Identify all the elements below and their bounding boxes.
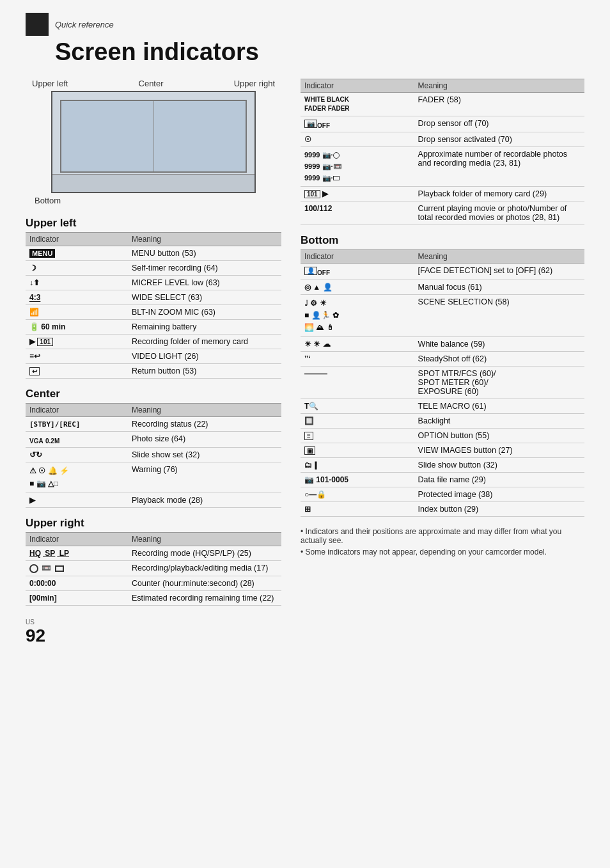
table-row: VGA 0.2M Photo size (64) [26,432,281,448]
b-col-indicator: Indicator [301,250,414,264]
table-row: 📼 Recording/playback/editing media (17) [26,560,281,576]
upper-left-tbody: MENU MENU button (53) ☽ Self-timer recor… [26,246,281,379]
table-row: ↓⬆ MICREF LEVEL low (63) [26,276,281,290]
upper-left-table: Indicator Meaning MENU MENU button (53) … [26,232,281,379]
meaning-cell: Drop sensor off (70) [414,116,584,132]
meaning-cell: Estimated recording remaining time (22) [128,590,281,605]
indicator-cell: ――― [301,367,414,399]
camera-screen-bottom [52,174,254,192]
indicator-cell: 📷 101-0005 [301,473,414,487]
page: Quick reference Screen indicators Upper … [0,0,610,868]
meaning-cell: Warning (76) [128,462,281,493]
meaning-cell: Remaining battery [128,320,281,335]
table-row: 🔋 60 min Remaining battery [26,320,281,335]
indicator-cell: ↩ [26,364,128,379]
table-row: WHITE BLACKFADER FADER FADER (58) [301,93,584,116]
label-bottom-diagram: Bottom [26,196,281,205]
indicator-cell: 📼 [26,560,128,576]
drop-sensor-off-icon: 📷 [304,120,317,128]
meaning-cell: [FACE DETECTION] set to [OFF] (62) [414,264,584,280]
indicator-cell: ☉ [301,132,414,147]
meaning-cell: Current playing movie or photo/Number of… [414,201,584,225]
indicator-cell: 100/112 [301,201,414,225]
meaning-cell: BLT-IN ZOOM MIC (63) [128,305,281,320]
table-row: 🗂 ‖ Slide show button (32) [301,458,584,473]
meaning-cell: VIDEO LIGHT (26) [128,349,281,364]
meaning-cell: TELE MACRO (61) [414,399,584,414]
bottom-table: Indicator Meaning 👤OFF [FACE DETECTION] … [301,249,584,517]
camera-diagram: Upper left Center Upper right Bottom [26,79,281,205]
footnotes: Indicators and their positions are appro… [301,527,584,556]
indicator-cell: ○―🔒 [301,487,414,502]
meaning-cell: Recording mode (HQ/SP/LP) (25) [128,546,281,560]
table-row: ☀ ☀︎ ☁ White balance (59) [301,337,584,352]
indicator-cell: [STBY]/[REC] [26,417,128,432]
table-row: 9999 📷·9999 📷·📼9999 📷· Approximate numbe… [301,147,584,187]
meaning-cell: Drop sensor activated (70) [414,132,584,147]
meaning-cell: MICREF LEVEL low (63) [128,276,281,290]
meaning-cell: Backlight [414,414,584,429]
indicator-cell: WHITE BLACKFADER FADER [301,93,414,116]
meaning-cell: White balance (59) [414,337,584,352]
upper-right-table-right: Indicator Meaning WHITE BLACKFADER FADER… [301,79,584,225]
meaning-cell: VIEW IMAGES button (27) [414,443,584,458]
meaning-cell: Recording status (22) [128,417,281,432]
bottom-tbody: 👤OFF [FACE DETECTION] set to [OFF] (62) … [301,264,584,517]
table-row: ○―🔒 Protected image (38) [301,487,584,502]
indicator-cell: ⚠ ☉ 🔔 ⚡■ 📷 △□ [26,462,128,493]
center-header: Center [26,388,281,400]
meaning-cell: Recording/playback/editing media (17) [128,560,281,576]
c-col-indicator: Indicator [26,404,128,417]
circle-icon [29,564,38,573]
meaning-cell: FADER (58) [414,93,584,116]
table-row: T🔍 TELE MACRO (61) [301,399,584,414]
indicator-cell: 🗂 ‖ [301,458,414,473]
accent-block [26,13,49,36]
meaning-cell: Return button (53) [128,364,281,379]
table-row: ↺↻ Slide show set (32) [26,448,281,462]
indicator-cell: ▶ 101 [26,335,128,349]
table-row: ▣ VIEW IMAGES button (27) [301,443,584,458]
indicator-cell: 📶 [26,305,128,320]
wide-select-indicator: 4:3 [29,293,40,302]
option-icon: ≡ [304,432,313,440]
table-row: ☉ Drop sensor activated (70) [301,132,584,147]
page-number: 92 [26,626,45,646]
meaning-cell: Slide show set (32) [128,448,281,462]
meaning-cell: Playback folder of memory card (29) [414,187,584,201]
table-row: ≡ OPTION button (55) [301,429,584,443]
urr-col-meaning: Meaning [414,79,584,93]
table-row: 0:00:00 Counter (hour:minute:second) (28… [26,576,281,590]
indicator-cell: 0:00:00 [26,576,128,590]
table-row: HQ SP LP Recording mode (HQ/SP/LP) (25) [26,546,281,560]
label-upper-right: Upper right [234,79,275,88]
label-upper-left: Upper left [32,79,68,88]
table-row: [00min] Estimated recording remaining ti… [26,590,281,605]
table-row: ⚠ ☉ 🔔 ⚡■ 📷 △□ Warning (76) [26,462,281,493]
indicator-cell: VGA 0.2M [26,432,128,448]
meaning-cell: Photo size (64) [128,432,281,448]
indicator-cell: 4:3 [26,290,128,305]
indicator-cell: ↺↻ [26,448,128,462]
indicator-cell: T🔍 [301,399,414,414]
indicator-cell: ◎ ▲ 👤 [301,280,414,294]
folder-101-right: 101 [304,190,320,198]
meaning-cell: Playback mode (28) [128,493,281,507]
meaning-cell: SPOT MTR/FCS (60)/SPOT METER (60)/EXPOSU… [414,367,584,399]
table-row: 🔲 Backlight [301,414,584,429]
meaning-cell: Protected image (38) [414,487,584,502]
indicator-cell: MENU [26,246,128,261]
table-row: ◎ ▲ 👤 Manual focus (61) [301,280,584,294]
center-tbody: [STBY]/[REC] Recording status (22) VGA 0… [26,417,281,508]
bottom-header: Bottom [301,234,584,247]
menu-indicator: MENU [29,249,55,258]
meaning-cell: Index button (29) [414,502,584,517]
indicator-cell: ≡↩ [26,349,128,364]
camera-screen-inner [60,100,247,173]
face-detect-icon: 👤 [304,267,317,275]
content-columns: Upper left Center Upper right Bottom Upp… [26,79,584,646]
indicator-cell: ▣ [301,443,414,458]
meaning-cell: Self-timer recording (64) [128,261,281,276]
table-row: ――― SPOT MTR/FCS (60)/SPOT METER (60)/EX… [301,367,584,399]
indicator-cell: 9999 📷·9999 📷·📼9999 📷· [301,147,414,187]
